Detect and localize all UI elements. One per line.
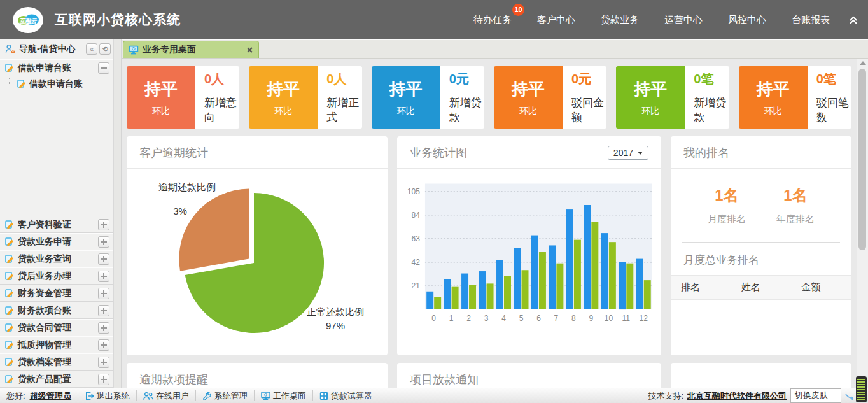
header-collapse-chevron-icon[interactable] bbox=[848, 14, 859, 25]
document-icon bbox=[5, 306, 14, 315]
expand-section-button[interactable] bbox=[98, 374, 109, 385]
nav-item-risk-center[interactable]: 风控中心 bbox=[728, 14, 766, 26]
document-icon bbox=[5, 341, 14, 350]
sidebar: 导航-借贷中心 « ⟲ 借款申请台账 借款申请台账 客户资料验证 bbox=[0, 39, 114, 388]
sidebar-item-finance-funds[interactable]: 财务资金管理 bbox=[0, 285, 113, 302]
loan-calculator-button[interactable]: 贷款试算器 bbox=[313, 390, 379, 400]
nav-item-operation-center[interactable]: 运营中心 bbox=[664, 14, 703, 26]
expand-section-button[interactable] bbox=[98, 253, 109, 265]
pie-label-normal: 正常还款比例 bbox=[307, 306, 364, 317]
skin-arrow-icon bbox=[845, 392, 854, 400]
logout-button[interactable]: 退出系统 bbox=[78, 390, 137, 400]
content-column: 业务专用桌面 持平 环比 bbox=[122, 39, 868, 388]
work-desktop-button[interactable]: 工作桌面 bbox=[255, 390, 313, 400]
nav-item-ledger-report[interactable]: 台账报表 bbox=[792, 14, 830, 26]
greeting-segment: 您好: 超级管理员 bbox=[0, 390, 78, 400]
card-label: 驳回金额 bbox=[571, 95, 606, 125]
sidebar-item-archive[interactable]: 贷款档案管理 bbox=[0, 353, 113, 371]
tab-close-icon[interactable] bbox=[246, 46, 253, 53]
sidebar-splitter[interactable] bbox=[114, 39, 122, 388]
expand-section-button[interactable] bbox=[98, 339, 109, 351]
todo-count-badge: 10 bbox=[512, 4, 524, 16]
expand-section-button[interactable] bbox=[98, 305, 109, 316]
sidebar-item-customer-verify[interactable]: 客户资料验证 bbox=[0, 216, 113, 233]
nav-item-customer-center[interactable]: 客户中心 bbox=[537, 14, 575, 26]
greeting-label: 您好: bbox=[6, 390, 25, 402]
sidebar-collapse-button[interactable]: « bbox=[86, 43, 97, 55]
expand-section-button[interactable] bbox=[98, 357, 109, 368]
card-value: 0人 bbox=[326, 71, 361, 88]
support-company-link[interactable]: 北京互融时代软件有限公司 bbox=[687, 390, 787, 402]
sidebar-item-loan-query[interactable]: 贷款业务查询 bbox=[0, 250, 113, 267]
user-nav-icon bbox=[5, 44, 15, 54]
skin-switcher-select[interactable]: 切换皮肤 bbox=[790, 388, 841, 403]
nav-item-label: 运营中心 bbox=[664, 14, 703, 25]
expand-section-button[interactable] bbox=[98, 271, 109, 282]
business-bar-chart: 214263841050123456789101112 bbox=[402, 178, 656, 332]
sidebar-item-collateral[interactable]: 抵质押物管理 bbox=[0, 336, 113, 353]
current-user-link[interactable]: 超级管理员 bbox=[30, 390, 71, 402]
sidebar-item-finance-ledger[interactable]: 财务款项台账 bbox=[0, 302, 113, 319]
sidebar-item-loan-apply[interactable]: 贷款业务申请 bbox=[0, 233, 113, 250]
main-scrollbar[interactable] bbox=[857, 59, 868, 388]
sidebar-item-label: 抵质押物管理 bbox=[18, 339, 71, 351]
rank-stats: 1名 月度排名 1名 年度排名 bbox=[671, 169, 851, 236]
document-icon bbox=[5, 289, 14, 298]
support-label: 技术支持: bbox=[648, 390, 683, 402]
nav-item-label: 台账报表 bbox=[792, 14, 830, 25]
column-header-name: 姓名 bbox=[731, 276, 792, 299]
monitor-icon bbox=[261, 392, 270, 400]
calculator-icon bbox=[319, 392, 328, 400]
scrollbar-thumb[interactable] bbox=[858, 69, 866, 250]
column-header-rank: 排名 bbox=[671, 276, 731, 299]
panel-disbursement-notice: 项目放款通知 bbox=[397, 363, 661, 388]
trend-label: 持平 bbox=[634, 78, 667, 101]
nav-item-loan-business[interactable]: 贷款业务 bbox=[601, 14, 639, 26]
sidebar-item-label: 贷款档案管理 bbox=[18, 357, 71, 368]
main-nav: 待办任务 10 客户中心 贷款业务 运营中心 风控中心 台账报表 bbox=[473, 14, 830, 26]
pie-label-overdue: 逾期还款比例 bbox=[158, 181, 216, 192]
sidebar-item-loan-apply-ledger[interactable]: 借款申请台账 bbox=[0, 59, 113, 76]
column-header-amount: 金额 bbox=[791, 276, 851, 299]
collapse-section-button[interactable] bbox=[98, 62, 109, 74]
card-label: 新增贷款 bbox=[449, 95, 484, 125]
system-admin-button[interactable]: 系统管理 bbox=[196, 390, 255, 400]
panel-customer-overdue: 客户逾期统计 逾期还款比例 3% 正常还款比例 97% bbox=[127, 136, 388, 355]
card-label: 新增正式 bbox=[326, 95, 361, 125]
online-users-label: 在线用户 bbox=[156, 390, 189, 402]
expand-section-button[interactable] bbox=[98, 288, 109, 299]
sidebar-item-postloan[interactable]: 贷后业务办理 bbox=[0, 267, 113, 285]
trend-sub-label: 环比 bbox=[519, 106, 537, 117]
stat-card-rejected-amount: 持平 环比 0元 驳回金额 bbox=[494, 66, 606, 129]
card-value-block: 0人 新增正式 bbox=[318, 66, 361, 129]
panel-title: 逾期款项提醒 bbox=[139, 372, 208, 387]
sidebar-subitem-loan-apply-ledger[interactable]: 借款申请台账 bbox=[0, 76, 113, 92]
expand-section-button[interactable] bbox=[98, 219, 109, 230]
nav-item-todo[interactable]: 待办任务 10 bbox=[473, 14, 512, 26]
sidebar-item-product-config[interactable]: 贷款产品配置 bbox=[0, 371, 113, 388]
status-bar: 您好: 超级管理员 退出系统 在线用户 bbox=[0, 388, 868, 403]
cloud-logo-icon: 互融云 bbox=[17, 12, 39, 27]
logo-text: 互融云 bbox=[19, 18, 38, 24]
svg-text:12: 12 bbox=[640, 314, 648, 323]
year-select[interactable]: 2017 bbox=[608, 146, 648, 160]
scroll-up-arrow-icon[interactable] bbox=[860, 61, 866, 65]
skin-preview-widget[interactable] bbox=[856, 376, 867, 402]
trend-sub-label: 环比 bbox=[641, 106, 659, 117]
trend-label: 持平 bbox=[512, 78, 545, 101]
rank-table-header: 排名 姓名 金额 bbox=[671, 275, 851, 300]
panel-overdue-reminder: 逾期款项提醒 bbox=[127, 363, 388, 388]
tab-business-desktop[interactable]: 业务专用桌面 bbox=[123, 41, 259, 58]
sidebar-header: 导航-借贷中心 « ⟲ bbox=[0, 39, 113, 59]
sidebar-refresh-button[interactable]: ⟲ bbox=[99, 43, 111, 55]
expand-section-button[interactable] bbox=[98, 322, 109, 334]
svg-text:2: 2 bbox=[466, 314, 471, 323]
document-icon bbox=[5, 64, 14, 73]
sidebar-item-label: 财务资金管理 bbox=[18, 288, 71, 299]
card-trend-block: 持平 环比 bbox=[494, 66, 563, 129]
sidebar-item-contract[interactable]: 贷款合同管理 bbox=[0, 319, 113, 336]
panel-title: 客户逾期统计 bbox=[139, 145, 208, 160]
users-icon bbox=[143, 392, 153, 400]
expand-section-button[interactable] bbox=[98, 236, 109, 248]
online-users-button[interactable]: 在线用户 bbox=[137, 390, 196, 400]
